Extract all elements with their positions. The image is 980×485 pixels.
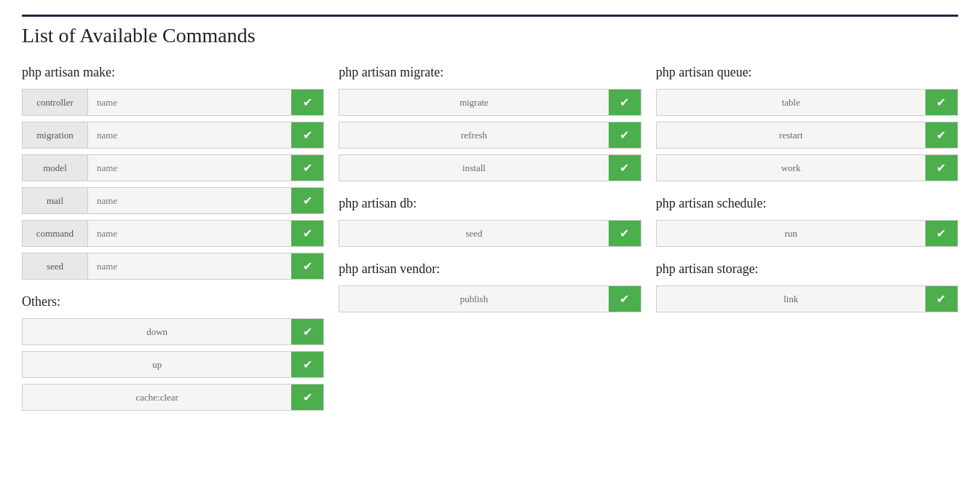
check-icon: ✔ <box>303 194 312 208</box>
check-icon: ✔ <box>303 325 312 339</box>
migrate-section: php artisan migrate: migrate ✔ refresh ✔… <box>339 65 641 181</box>
make-section: php artisan make: controller ✔ migration… <box>22 65 324 280</box>
main-columns: php artisan make: controller ✔ migration… <box>22 65 958 417</box>
check-icon: ✔ <box>620 226 629 240</box>
table-row: refresh ✔ <box>339 122 641 149</box>
command-label-work: work <box>657 155 925 181</box>
table-row: run ✔ <box>656 220 958 247</box>
command-label-down: down <box>23 319 291 344</box>
table-row: cache:clear ✔ <box>22 384 324 411</box>
command-label-refresh: refresh <box>339 122 608 148</box>
command-label-model: model <box>23 155 88 181</box>
vendor-section: php artisan vendor: publish ✔ <box>339 261 641 312</box>
vendor-title: php artisan vendor: <box>339 261 641 277</box>
command-input-model[interactable] <box>88 155 291 181</box>
db-section: php artisan db: seed ✔ <box>339 196 641 247</box>
command-label-db-seed: seed <box>339 221 608 246</box>
run-button-table[interactable]: ✔ <box>925 90 957 115</box>
command-label-controller: controller <box>23 90 88 115</box>
run-button-migration[interactable]: ✔ <box>291 122 323 148</box>
table-row: work ✔ <box>656 154 958 181</box>
run-button-run[interactable]: ✔ <box>925 221 957 246</box>
check-icon: ✔ <box>303 128 312 142</box>
run-button-cacheclear[interactable]: ✔ <box>291 385 323 410</box>
table-row: publish ✔ <box>339 285 641 312</box>
check-icon: ✔ <box>303 95 312 109</box>
command-label-cacheclear: cache:clear <box>23 385 291 410</box>
check-icon: ✔ <box>936 161 946 175</box>
column-3: php artisan queue: table ✔ restart ✔ wor… <box>656 65 958 417</box>
others-title: Others: <box>22 294 324 309</box>
storage-section: php artisan storage: link ✔ <box>656 261 958 312</box>
command-label-install: install <box>339 155 608 181</box>
run-button-migrate[interactable]: ✔ <box>609 90 641 115</box>
table-row: model ✔ <box>22 154 324 181</box>
run-button-up[interactable]: ✔ <box>291 352 323 377</box>
check-icon: ✔ <box>303 358 312 371</box>
table-row: install ✔ <box>339 154 641 181</box>
check-icon: ✔ <box>620 128 629 142</box>
check-icon: ✔ <box>620 95 629 109</box>
run-button-publish[interactable]: ✔ <box>609 286 641 312</box>
run-button-link[interactable]: ✔ <box>925 286 957 312</box>
command-input-migration[interactable] <box>88 122 291 148</box>
migrate-title: php artisan migrate: <box>339 65 641 80</box>
check-icon: ✔ <box>303 161 312 175</box>
table-row: table ✔ <box>656 89 958 116</box>
table-row: up ✔ <box>22 351 324 378</box>
make-title: php artisan make: <box>22 65 324 80</box>
command-label-restart: restart <box>657 122 925 148</box>
run-button-command[interactable]: ✔ <box>291 221 323 246</box>
command-input-seed[interactable] <box>88 253 291 279</box>
run-button-down[interactable]: ✔ <box>291 319 323 344</box>
command-label-publish: publish <box>339 286 608 312</box>
check-icon: ✔ <box>936 128 946 142</box>
table-row: command ✔ <box>22 220 324 247</box>
queue-title: php artisan queue: <box>656 65 958 80</box>
command-label-command: command <box>23 221 88 246</box>
command-label-migrate: migrate <box>339 90 608 115</box>
column-2: php artisan migrate: migrate ✔ refresh ✔… <box>339 65 641 417</box>
run-button-refresh[interactable]: ✔ <box>609 122 641 148</box>
run-button-db-seed[interactable]: ✔ <box>609 221 641 246</box>
check-icon: ✔ <box>936 95 946 109</box>
run-button-model[interactable]: ✔ <box>291 155 323 181</box>
page-title: List of Available Commands <box>22 15 958 47</box>
table-row: migrate ✔ <box>339 89 641 116</box>
others-section: Others: down ✔ up ✔ cache:clear ✔ <box>22 294 324 411</box>
table-row: down ✔ <box>22 318 324 345</box>
table-row: migration ✔ <box>22 122 324 149</box>
column-1: php artisan make: controller ✔ migration… <box>22 65 324 417</box>
schedule-title: php artisan schedule: <box>656 196 958 211</box>
run-button-install[interactable]: ✔ <box>609 155 641 181</box>
check-icon: ✔ <box>303 226 312 240</box>
check-icon: ✔ <box>936 226 946 240</box>
storage-title: php artisan storage: <box>656 261 958 277</box>
run-button-seed[interactable]: ✔ <box>291 253 323 279</box>
table-row: link ✔ <box>656 285 958 312</box>
table-row: seed ✔ <box>339 220 641 247</box>
run-button-restart[interactable]: ✔ <box>925 122 957 148</box>
check-icon: ✔ <box>620 161 629 175</box>
command-input-command[interactable] <box>88 221 291 246</box>
check-icon: ✔ <box>303 259 312 273</box>
command-label-table: table <box>657 90 925 115</box>
schedule-section: php artisan schedule: run ✔ <box>656 196 958 247</box>
command-input-controller[interactable] <box>88 90 291 115</box>
command-input-mail[interactable] <box>88 188 291 213</box>
run-button-controller[interactable]: ✔ <box>291 90 323 115</box>
command-label-run: run <box>657 221 925 246</box>
command-label-up: up <box>23 352 291 377</box>
table-row: restart ✔ <box>656 122 958 149</box>
command-label-seed: seed <box>23 253 88 279</box>
check-icon: ✔ <box>620 292 629 306</box>
check-icon: ✔ <box>936 292 946 306</box>
queue-section: php artisan queue: table ✔ restart ✔ wor… <box>656 65 958 181</box>
table-row: controller ✔ <box>22 89 324 116</box>
table-row: seed ✔ <box>22 253 324 280</box>
command-label-migration: migration <box>23 122 88 148</box>
command-label-link: link <box>657 286 925 312</box>
run-button-work[interactable]: ✔ <box>925 155 957 181</box>
check-icon: ✔ <box>303 390 312 404</box>
run-button-mail[interactable]: ✔ <box>291 188 323 213</box>
